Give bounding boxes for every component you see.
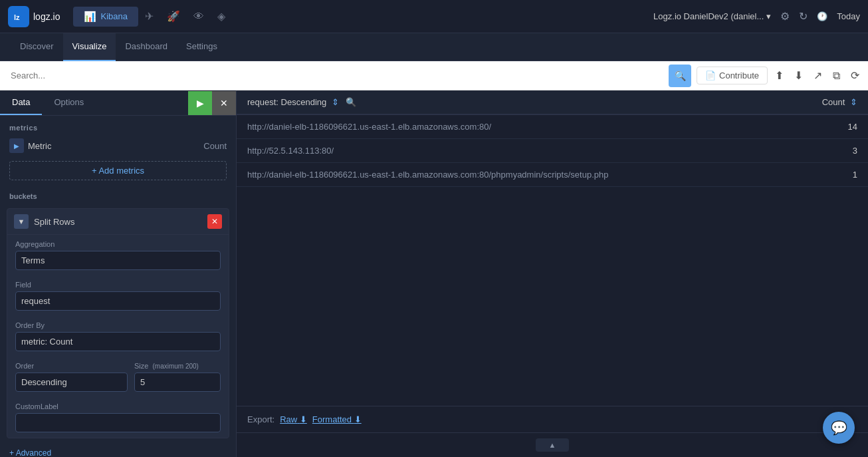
panel-collapse-btn[interactable]: ‹ — [236, 265, 237, 283]
logo-icon: lz — [8, 6, 29, 27]
settings-icon[interactable]: ⚙ — [780, 10, 790, 23]
col-request-header[interactable]: request: Descending ⇕ 🔍 — [247, 97, 791, 107]
main-area: Data Options ▶ ✕ metrics ▶ Metric Count … — [0, 90, 868, 457]
today-label[interactable]: Today — [837, 11, 860, 21]
metrics-section-header: metrics — [0, 116, 236, 136]
share-icon-btn[interactable]: ↗ — [810, 66, 825, 85]
bar-chart-icon: 📊 — [84, 11, 96, 23]
search-button[interactable]: 🔍 — [669, 65, 691, 87]
split-rows-block: ▼ Split Rows ✕ Aggregation Terms Field r… — [7, 208, 229, 438]
raw-download-icon: ⬇ — [300, 414, 307, 424]
raw-export-link[interactable]: Raw ⬇ — [280, 414, 307, 424]
table-header: request: Descending ⇕ 🔍 Count ⇕ — [237, 90, 868, 115]
svg-text:lz: lz — [14, 13, 20, 21]
search-icon: 🔍 — [675, 71, 686, 81]
field-label: Field — [15, 281, 221, 289]
send-icon[interactable]: ✈ — [145, 10, 154, 23]
tab-actions: ▶ ✕ — [188, 90, 236, 115]
buckets-section-header: buckets — [0, 186, 236, 204]
export-label: Export: — [247, 414, 274, 424]
close-button[interactable]: ✕ — [212, 91, 236, 115]
right-panel: request: Descending ⇕ 🔍 Count ⇕ http://d… — [237, 90, 868, 457]
eye-icon[interactable]: 👁 — [193, 11, 204, 23]
kibana-button[interactable]: 📊 Kibana — [73, 7, 138, 27]
order-select[interactable]: Descending — [15, 373, 128, 392]
split-rows-label: Split Rows — [34, 217, 207, 227]
external-link-icon-btn[interactable]: ⧉ — [829, 67, 843, 85]
split-rows-header: ▼ Split Rows ✕ — [7, 209, 229, 235]
left-panel: Data Options ▶ ✕ metrics ▶ Metric Count … — [0, 90, 237, 457]
metric-play-btn[interactable]: ▶ — [9, 138, 24, 153]
order-label: Order — [15, 362, 128, 370]
search-input[interactable] — [5, 71, 669, 80]
nav-item-discover[interactable]: Discover — [11, 33, 63, 61]
play-button[interactable]: ▶ — [188, 91, 212, 115]
aggregation-label: Aggregation — [15, 240, 221, 248]
reload-icon-btn[interactable]: ⟳ — [847, 66, 863, 85]
refresh-icon[interactable]: ↻ — [799, 10, 808, 23]
cell-request-1: http://52.5.143.113:80/ — [247, 146, 791, 156]
logo-area[interactable]: lz logz.io — [8, 6, 60, 27]
order-size-row: Order Descending Size (maximum 200) — [7, 357, 229, 397]
chat-button[interactable]: 💬 — [823, 412, 855, 444]
download-icon-btn[interactable]: ⬇ — [791, 66, 806, 85]
nav-item-settings[interactable]: Settings — [177, 33, 227, 61]
metric-item: ▶ Metric — [9, 138, 199, 153]
cell-count-0: 14 — [791, 122, 857, 132]
chevron-up-icon: ▲ — [549, 441, 556, 449]
aggregation-select[interactable]: Terms — [15, 251, 221, 270]
sort-icon: ⇕ — [332, 97, 339, 107]
order-by-group: Order By metric: Count — [7, 316, 229, 357]
nav-icons-group: ✈ 🚀 👁 ◈ — [145, 10, 653, 23]
cell-count-2: 1 — [791, 170, 857, 180]
user-dropdown[interactable]: Logz.io DanielDev2 (daniel... ▾ — [653, 11, 771, 21]
advanced-link[interactable]: + Advanced — [9, 448, 51, 457]
table-row: http://daniel-elb-1186096621.us-east-1.e… — [237, 115, 868, 139]
col-count-header[interactable]: Count ⇕ — [791, 97, 857, 107]
upload-icon: ⬆ — [775, 70, 784, 81]
count-sort-icon: ⇕ — [850, 97, 857, 107]
order-by-select[interactable]: metric: Count — [15, 332, 221, 351]
panel-tabs: Data Options ▶ ✕ — [0, 90, 236, 116]
metric-count: Count — [203, 141, 227, 151]
nav-item-dashboard[interactable]: Dashboard — [116, 33, 177, 61]
aggregation-field-group: Aggregation Terms — [7, 235, 229, 275]
split-rows-toggle[interactable]: ▼ — [14, 214, 29, 229]
tab-data[interactable]: Data — [0, 90, 42, 115]
search-bar: 🔍 📄 Contribute ⬆ ⬇ ↗ ⧉ ⟳ — [0, 61, 868, 90]
scroll-up-button[interactable]: ▲ — [536, 438, 570, 452]
tab-options[interactable]: Options — [42, 90, 96, 115]
contribute-button[interactable]: 📄 Contribute — [697, 67, 768, 84]
split-rows-close-btn[interactable]: ✕ — [207, 214, 222, 229]
custom-label-label: CustomLabel — [15, 402, 221, 410]
formatted-download-icon: ⬇ — [354, 414, 362, 424]
external-link-icon: ⧉ — [833, 70, 840, 81]
field-group: Field request — [7, 275, 229, 316]
custom-label-group: CustomLabel — [7, 397, 229, 438]
kibana-label: Kibana — [100, 11, 127, 21]
metrics-row: ▶ Metric Count — [0, 136, 236, 156]
contribute-icon: 📄 — [705, 71, 716, 80]
size-input[interactable] — [134, 373, 221, 392]
search-filter-icon[interactable]: 🔍 — [346, 97, 356, 107]
nav-item-visualize[interactable]: Visualize — [63, 33, 116, 61]
data-table: request: Descending ⇕ 🔍 Count ⇕ http://d… — [237, 90, 868, 406]
close-icon: ✕ — [220, 98, 228, 108]
upload-icon-btn[interactable]: ⬆ — [772, 66, 787, 85]
table-row: http://52.5.143.113:80/ 3 — [237, 139, 868, 163]
cell-request-0: http://daniel-elb-1186096621.us-east-1.e… — [247, 122, 791, 132]
add-metrics-button[interactable]: + Add metrics — [9, 161, 227, 180]
rocket-icon[interactable]: 🚀 — [167, 10, 180, 23]
order-by-label: Order By — [15, 321, 221, 329]
layers-icon[interactable]: ◈ — [217, 10, 225, 23]
formatted-export-link[interactable]: Formatted ⬇ — [312, 414, 362, 424]
chevron-down-icon: ▾ — [766, 11, 771, 21]
contribute-label: Contribute — [719, 71, 759, 80]
top-nav-right: Logz.io DanielDev2 (daniel... ▾ ⚙ ↻ 🕐 To… — [653, 10, 860, 23]
scroll-indicator: ▲ — [237, 432, 868, 457]
custom-label-input[interactable] — [15, 413, 221, 432]
x-icon: ✕ — [211, 217, 218, 226]
user-label: Logz.io DanielDev2 (daniel... — [653, 11, 764, 21]
field-select[interactable]: request — [15, 291, 221, 311]
top-navigation: lz logz.io 📊 Kibana ✈ 🚀 👁 ◈ Logz.io Dani… — [0, 0, 868, 33]
